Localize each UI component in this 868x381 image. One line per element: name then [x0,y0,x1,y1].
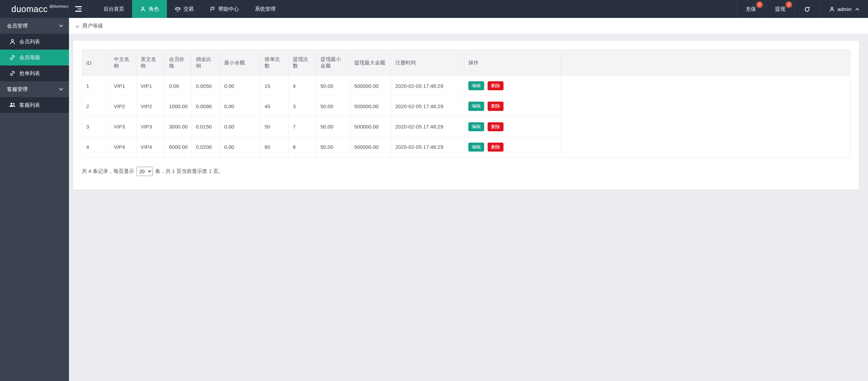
nav-label: 角色 [149,6,159,12]
navbar-right: 充值 0 提现 0 admin [736,0,868,18]
withdraw-button[interactable]: 提现 0 [765,0,795,18]
edit-button[interactable]: 编辑 [468,81,484,90]
cell-min-withdraw: 50.00 [316,96,350,116]
cell-price: 6000.00 [165,137,192,157]
cell-actions: 编辑删除 [464,116,561,137]
sidebar-item-service-list[interactable]: 客服列表 [0,97,69,113]
nav-item-system[interactable]: 系统管理 [247,0,283,18]
refresh-icon [804,6,810,12]
sidebar-item-member-level[interactable]: 会员等级 [0,50,69,65]
col-filler [561,50,850,76]
nav-label: 系统管理 [255,6,276,12]
edit-button[interactable]: 编辑 [468,143,484,152]
cell-min-withdraw: 50.00 [316,116,350,137]
nav-item-roles[interactable]: 角色 [132,0,167,18]
delete-button[interactable]: 删除 [488,122,503,131]
nav-item-trade[interactable]: 交易 [167,0,202,18]
link-icon [9,54,16,61]
person-icon [140,6,146,12]
cell-actions: 编辑删除 [464,96,561,116]
main-nav: 后台首页 角色 交易 帮助中心 系统管理 [96,0,283,18]
col-withdraw-times: 提现次数 [289,50,316,76]
group-label: 会员管理 [7,23,28,29]
cell-cn-name: VIP3 [110,116,137,137]
brand-suffix: @duomacc [49,4,69,8]
col-cn-name: 中文名称 [110,50,137,76]
col-price: 会员价格 [165,50,192,76]
user-menu[interactable]: admin [819,0,868,18]
cell-filler [561,116,850,137]
edit-button[interactable]: 编辑 [468,122,484,131]
table-row: 2VIP2VIP21000.000.00900.0045350.00500000… [82,96,850,116]
col-order-times: 接单次数 [260,50,289,76]
col-id: ID [82,50,110,76]
sidebar-toggle-button[interactable] [69,0,88,18]
cell-withdraw-times: 4 [289,76,316,96]
sidebar-group-service[interactable]: 客服管理 [0,81,69,97]
levels-table: ID 中文名称 英文名称 会员价格 佣金比例 最小余额 接单次数 提现次数 提现… [82,50,850,157]
cell-en-name: VIP2 [137,96,165,116]
cell-en-name: VIP3 [137,116,165,137]
delete-button[interactable]: 删除 [488,102,503,111]
delete-button[interactable]: 删除 [488,143,503,152]
sidebar-item-member-list[interactable]: 会员列表 [0,34,69,50]
col-en-name: 英文名称 [137,50,165,76]
cell-id: 3 [82,116,110,137]
recharge-label: 充值 [746,6,756,12]
sidebar-item-grab-orders[interactable]: 抢单列表 [0,65,69,81]
cell-commission: 0.0200 [192,137,220,157]
user-name: admin [837,6,851,12]
refresh-button[interactable] [795,0,819,18]
withdraw-badge: 0 [786,1,792,8]
cell-max-withdraw: 500000.00 [350,96,391,116]
cell-cn-name: VIP2 [110,96,137,116]
cell-reg-time: 2020-02-05 17:48:29 [391,137,464,157]
col-min-balance: 最小余额 [220,50,260,76]
cell-order-times: 45 [260,96,289,116]
nav-label: 后台首页 [103,6,124,12]
scales-icon [175,6,181,12]
cell-max-withdraw: 500000.00 [350,137,391,157]
pagination-suffix: 条，共 1 页当前显示第 1 页。 [155,168,223,175]
col-actions: 操作 [464,50,561,76]
sidebar-item-label: 会员列表 [19,39,40,45]
col-min-withdraw: 提现最小金额 [316,50,350,76]
nav-label: 帮助中心 [218,6,239,12]
sidebar: 会员管理 会员列表 会员等级 抢单列表 客服管理 [0,18,69,381]
person-icon [9,39,16,45]
group-label: 客服管理 [7,86,28,93]
recharge-button[interactable]: 充值 0 [736,0,765,18]
sidebar-item-label: 抢单列表 [19,70,40,77]
table-row: 4VIP4VIP46000.000.02000.0060850.00500000… [82,137,850,157]
sidebar-group-members[interactable]: 会员管理 [0,18,69,34]
cell-cn-name: VIP1 [110,76,137,96]
cell-en-name: VIP4 [137,137,165,157]
per-page-select[interactable]: 20 [137,167,153,176]
nav-item-dashboard[interactable]: 后台首页 [96,0,132,18]
recharge-badge: 0 [756,1,763,8]
nav-item-help[interactable]: 帮助中心 [202,0,247,18]
cell-filler [561,76,850,96]
flag-icon [210,6,216,12]
content-card: ID 中文名称 英文名称 会员价格 佣金比例 最小余额 接单次数 提现次数 提现… [73,41,859,190]
cell-id: 4 [82,137,110,157]
chevron-up-icon [855,8,859,12]
user-icon [829,6,835,12]
delete-button[interactable]: 删除 [488,81,503,90]
cell-id: 2 [82,96,110,116]
link-icon [9,70,16,76]
cell-min-balance: 0.00 [220,76,260,96]
cell-en-name: VIP1 [137,76,165,96]
edit-button[interactable]: 编辑 [468,102,484,111]
main-content: ID 中文名称 英文名称 会员价格 佣金比例 最小余额 接单次数 提现次数 提现… [69,34,868,381]
col-reg-time: 注册时间 [391,50,464,76]
brand-logo[interactable]: duomacc @duomacc [0,0,69,18]
cell-actions: 编辑删除 [464,137,561,157]
cell-order-times: 15 [260,76,289,96]
cell-min-balance: 0.00 [220,116,260,137]
table-row: 3VIP3VIP33000.000.01500.0050750.00500000… [82,116,850,137]
people-icon [9,102,16,108]
cell-commission: 0.0050 [192,76,220,96]
breadcrumb-arrow-icon: » [76,23,79,29]
pagination-prefix: 共 4 条记录，每页显示 [82,168,134,175]
